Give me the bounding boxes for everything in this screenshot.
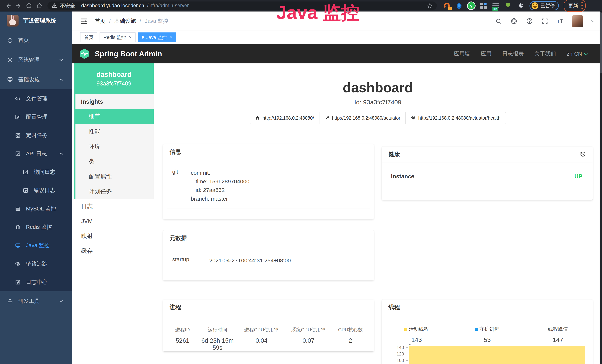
user-avatar[interactable]: [572, 15, 583, 27]
sidebar-item-java[interactable]: Java 监控: [0, 236, 72, 255]
grid-extension-icon[interactable]: [480, 2, 487, 10]
service-url-button[interactable]: http://192.168.0.2:48080/: [250, 112, 320, 124]
github-icon[interactable]: [510, 18, 517, 25]
page-title: dashboard: [154, 80, 602, 96]
sidebar-item-redis[interactable]: Redis 监控: [0, 218, 72, 236]
health-instance-row[interactable]: Instance UP: [386, 162, 589, 186]
breadcrumb-infra[interactable]: 基础设施: [114, 17, 136, 25]
metadata-startup-row: startup 2021-04-27T00:44:31.254+08:00: [167, 246, 370, 270]
sba-nav-journal[interactable]: 日志报表: [502, 50, 524, 57]
health-url-button[interactable]: http://192.168.0.2:48080/actuator/health: [406, 112, 506, 124]
info-git-row: git commit: time: 1596289704000 id: 27aa…: [167, 160, 370, 208]
sba-nav-about[interactable]: 关于我们: [535, 50, 556, 57]
sidebar-item-access-log[interactable]: 访问日志: [0, 163, 72, 181]
annotation-java-monitor: Java 监控: [270, 1, 366, 25]
close-icon[interactable]: ×: [170, 35, 172, 40]
actuator-url-button[interactable]: http://192.168.0.2:48080/actuator: [319, 112, 406, 124]
sidebar-item-log-center[interactable]: 日志中心: [0, 273, 72, 291]
switch-on-extension-icon[interactable]: on: [492, 2, 499, 10]
sidebar-item-config[interactable]: 配置管理: [0, 108, 72, 126]
help-icon[interactable]: [526, 18, 533, 25]
font-size-icon[interactable]: тT: [557, 18, 563, 24]
sba-item-metrics[interactable]: 性能: [75, 124, 154, 139]
sidebar-collapse-icon[interactable]: [80, 17, 88, 25]
gear-icon: [7, 57, 13, 63]
stat-uptime: 运行时间6d 23h 15m 59s: [196, 327, 238, 351]
profile-emoji-icon: [532, 2, 538, 9]
legend-peak-threads: 线程峰值 147: [523, 326, 593, 343]
y-extension-icon[interactable]: y: [468, 2, 475, 10]
reload-icon[interactable]: [24, 1, 34, 10]
close-icon[interactable]: ×: [129, 35, 132, 40]
y-tick-120: 120: [382, 351, 404, 357]
sba-item-config-props[interactable]: 配置属性: [75, 169, 154, 184]
sidebar-item-trace[interactable]: 链路追踪: [0, 255, 72, 273]
browser-update-button[interactable]: 更新 •••: [564, 0, 586, 12]
fullscreen-icon[interactable]: [542, 18, 548, 24]
sba-locale-select[interactable]: zh-CN: [567, 51, 587, 57]
wrench-icon: [325, 116, 329, 120]
not-secure-icon: [52, 3, 57, 9]
schedule-clock-icon: [15, 132, 21, 138]
layers-icon: [15, 224, 21, 230]
sidebar-item-file[interactable]: 文件管理: [0, 89, 72, 108]
bookmark-star-icon[interactable]: [427, 3, 433, 9]
metadata-key: startup: [167, 256, 209, 265]
sba-item-logs[interactable]: 日志: [74, 199, 154, 214]
history-icon[interactable]: [580, 151, 586, 157]
home-icon: [255, 116, 260, 120]
tab-redis-monitor[interactable]: Redis 监控 ×: [100, 32, 136, 42]
instance-id: Id: 93a3fc7f7409: [154, 99, 602, 106]
sba-header: Spring Boot Admin 应用墙 应用 日志报表 关于我们 zh-CN: [72, 44, 602, 64]
sba-nav-wallboard[interactable]: 应用墙: [454, 50, 470, 57]
puzzle-extensions-icon[interactable]: [516, 2, 524, 10]
url-host[interactable]: dashboard.yudao.iocoder.cn: [81, 3, 144, 9]
forward-icon[interactable]: [13, 1, 24, 10]
browser-menu-icon[interactable]: •••: [581, 1, 583, 10]
database-icon: [15, 206, 21, 212]
profile-paused-chip[interactable]: 已暂停: [529, 1, 559, 11]
sba-app-block[interactable]: dashboard 93a3fc7f7409: [74, 64, 154, 94]
sba-item-classes[interactable]: 类: [75, 154, 154, 169]
chevron-down-icon: [584, 51, 588, 55]
sidebar-item-home[interactable]: 首页: [0, 30, 72, 50]
log-pen-icon: [23, 169, 29, 175]
pin-extension-icon[interactable]: [455, 2, 463, 10]
instance-label: Instance: [391, 173, 414, 180]
process-stats: 进程ID5261 运行时间6d 23h 15m 59s 进程CPU使用率0.04…: [163, 327, 374, 351]
sba-item-scheduled-tasks[interactable]: 计划任务: [75, 184, 154, 199]
tab-java-monitor[interactable]: Java 监控 ×: [138, 32, 176, 42]
search-icon[interactable]: [495, 18, 502, 24]
sba-nav-applications[interactable]: 应用: [481, 50, 492, 57]
sidebar-item-dev-tools[interactable]: 研发工具: [0, 291, 72, 311]
back-icon[interactable]: [3, 1, 13, 10]
info-card: 信息 git commit: time: 1596289704000 id: 2…: [163, 144, 374, 219]
stat-pid: 进程ID5261: [169, 327, 196, 351]
y-tick-100: 100: [382, 358, 404, 363]
sba-item-details[interactable]: 细节: [75, 109, 154, 124]
sba-item-caches[interactable]: 缓存: [74, 244, 154, 258]
sba-item-mappings[interactable]: 映射: [74, 229, 154, 244]
sba-sidebar: dashboard 93a3fc7f7409 Insights 细节 性能 环境…: [72, 64, 154, 364]
sba-brand[interactable]: Spring Boot Admin: [95, 50, 162, 58]
sba-item-environment[interactable]: 环境: [75, 139, 154, 154]
sidebar-item-job[interactable]: 定时任务: [0, 126, 72, 144]
plant-extension-icon[interactable]: [504, 2, 512, 10]
sidebar-item-api-log[interactable]: API 日志: [0, 144, 72, 163]
log-pen-icon: [23, 187, 29, 193]
sba-item-jvm[interactable]: JVM: [74, 214, 154, 229]
browser-scrollbar[interactable]: [600, 11, 602, 364]
tab-home[interactable]: 首页: [80, 32, 97, 42]
security-label[interactable]: 不安全: [60, 2, 75, 9]
sidebar-item-mysql[interactable]: MySQL 监控: [0, 200, 72, 218]
legend-live-threads: 活动线程 143: [382, 326, 452, 343]
address-bar[interactable]: 不安全 dashboard.yudao.iocoder.cn/infra/adm…: [47, 1, 437, 10]
sidebar-item-infra[interactable]: 基础设施: [0, 70, 72, 89]
breadcrumb-home[interactable]: 首页: [95, 17, 106, 25]
admin-logo[interactable]: 芋道管理系统: [0, 11, 72, 30]
user-caret-icon[interactable]: [591, 19, 594, 22]
sidebar-item-error-log[interactable]: 错误日志: [0, 181, 72, 200]
sidebar-item-system[interactable]: 系统管理: [0, 50, 72, 70]
colorpicker-extension-icon[interactable]: [443, 2, 451, 10]
home-icon[interactable]: [34, 1, 44, 10]
